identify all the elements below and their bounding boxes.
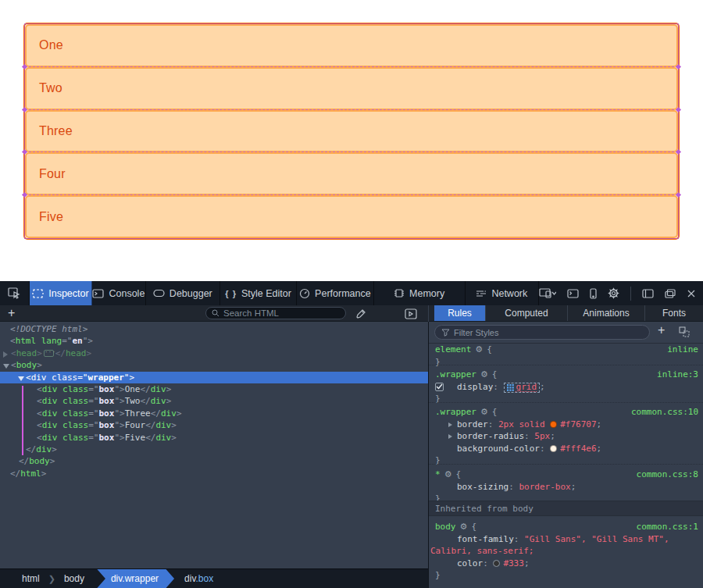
rule-property-line[interactable]: box-sizing: border-box; <box>435 481 698 494</box>
rule-selector-line: *⚙{common.css:8 <box>435 469 698 481</box>
toggle-classes-button[interactable] <box>679 326 691 340</box>
split-console-icon[interactable] <box>567 289 579 298</box>
demo-box: Two <box>25 67 678 110</box>
gear-icon[interactable]: ⚙ <box>444 469 452 479</box>
color-swatch[interactable] <box>493 560 500 567</box>
markup-line[interactable]: <div class="box">Five</div> <box>0 432 428 444</box>
rule-selector[interactable]: .wrapper <box>435 369 476 380</box>
property-name: display <box>457 382 493 392</box>
rule-selector[interactable]: body <box>435 522 456 532</box>
dock-side-icon[interactable] <box>642 289 654 298</box>
breadcrumb-item-box[interactable]: div.box <box>184 573 213 584</box>
markup-line[interactable]: </body> <box>0 455 428 467</box>
rule-property-line[interactable]: font-family: "Gill Sans", "Gill Sans MT"… <box>435 533 698 546</box>
color-swatch[interactable] <box>550 421 557 428</box>
property-value: #fff4e6 <box>560 444 596 454</box>
add-node-button[interactable]: + <box>8 305 15 321</box>
markup-line[interactable]: <div class="box">One</div> <box>0 383 428 395</box>
add-rule-button[interactable]: + <box>658 323 665 337</box>
markup-line-text: <html lang="en"> <box>10 335 93 347</box>
pick-element-button[interactable] <box>0 281 30 305</box>
markup-line[interactable]: <div class="box">Four</div> <box>0 419 428 431</box>
gear-icon[interactable]: ⚙ <box>475 344 483 355</box>
markup-line[interactable]: <!DOCTYPE html> <box>0 323 428 335</box>
rule-source-link[interactable]: inline <box>667 344 698 356</box>
property-enabled-checkbox[interactable] <box>435 383 444 391</box>
markup-line[interactable]: <div class="box">Three</div> <box>0 408 428 419</box>
close-icon[interactable] <box>687 289 696 298</box>
markup-line[interactable]: <div class="box">Two</div> <box>0 395 428 407</box>
markup-line[interactable]: </div> <box>0 444 428 455</box>
search-html-input[interactable]: Search HTML <box>205 307 346 319</box>
expand-property-icon[interactable] <box>448 434 452 439</box>
markup-line-text: </body> <box>19 455 55 467</box>
filter-styles-input[interactable]: Filter Styles <box>434 325 650 340</box>
rule-property-line[interactable]: color: #333; <box>435 558 698 570</box>
property-name: background-color <box>457 444 540 454</box>
rule-source-link[interactable]: common.css:8 <box>637 469 698 481</box>
eval-button[interactable] <box>405 308 417 323</box>
tab-console[interactable]: Console <box>92 281 146 305</box>
device-icon[interactable] <box>590 288 597 299</box>
breadcrumb-item-body[interactable]: body <box>64 573 84 584</box>
collapsed-content-icon[interactable]: ··· <box>44 350 54 357</box>
tab-label: Inspector <box>48 288 88 299</box>
markup-line[interactable]: <div class="wrapper"> <box>0 372 428 383</box>
markup-line-text: <div class="wrapper"> <box>26 372 134 383</box>
tab-performance[interactable]: Performance <box>297 281 373 305</box>
breadcrumb-item-html[interactable]: html <box>22 573 40 584</box>
gear-icon[interactable]: ⚙ <box>480 369 488 380</box>
rule-source-link[interactable]: common.css:1 <box>637 521 698 533</box>
markup-line[interactable]: <head>···</head> <box>0 347 428 359</box>
rule-selector[interactable]: .wrapper <box>435 407 476 417</box>
expand-property-icon[interactable] <box>448 422 452 427</box>
markup-line[interactable]: <body> <box>0 359 428 371</box>
eyedropper-icon[interactable] <box>355 308 366 323</box>
rule-source-link[interactable]: common.css:10 <box>631 406 698 419</box>
property-value: #f76707 <box>560 419 596 429</box>
responsive-icon[interactable] <box>539 288 556 298</box>
markup-line[interactable]: </html> <box>0 468 428 479</box>
tab-label: Performance <box>315 288 371 299</box>
rule-selector[interactable]: element <box>435 344 471 355</box>
expand-arrow-icon[interactable] <box>3 351 8 358</box>
rule-closing-brace: } <box>435 356 698 369</box>
tab-debugger[interactable]: Debugger <box>146 281 220 305</box>
gear-icon[interactable]: ⚙ <box>460 522 468 532</box>
memory-icon <box>394 288 405 298</box>
sidebar-tab-computed[interactable]: Computed <box>486 305 568 321</box>
tab-style-editor[interactable]: { }Style Editor <box>220 281 297 305</box>
rules-panel: Filter Styles + element⚙{inline}.wrapper… <box>429 322 703 588</box>
collapse-arrow-icon[interactable] <box>18 376 24 381</box>
rule-property-wrap-line: Calibri, sans-serif; <box>430 545 698 558</box>
sidebar-tab-rules[interactable]: Rules <box>434 305 486 321</box>
rule-property-line[interactable]: border-radius: 5px; <box>435 430 698 443</box>
property-name: border-radius <box>457 431 524 441</box>
rule-selector-line: .wrapper⚙{inline:3 <box>435 369 698 381</box>
performance-icon <box>299 288 310 299</box>
property-name: font-family <box>457 534 514 544</box>
markup-line-text: <div class="box">Two</div> <box>37 395 171 407</box>
rule-property-line[interactable]: display: grid; <box>435 381 698 394</box>
collapse-arrow-icon[interactable] <box>3 364 9 369</box>
markup-line[interactable]: <html lang="en"> <box>0 335 428 347</box>
demo-wrapper: OneTwoThreeFourFive <box>23 23 680 240</box>
gear-icon[interactable]: ⚙ <box>480 407 488 417</box>
breadcrumb-item-wrapper[interactable]: div.wrapper <box>97 569 174 588</box>
property-value: grid <box>516 381 537 394</box>
rule-divider <box>429 464 703 465</box>
rule-selector[interactable]: * <box>435 469 441 479</box>
rule-property-line[interactable]: border: 2px solid #f76707; <box>435 419 698 431</box>
sidebar-tab-animations[interactable]: Animations <box>568 305 645 321</box>
demo-box: Five <box>25 195 678 238</box>
color-swatch[interactable] <box>550 445 557 452</box>
sidebar-tab-fonts[interactable]: Fonts <box>645 305 703 321</box>
rule-source-link[interactable]: inline:3 <box>657 369 698 381</box>
tab-network[interactable]: Network <box>466 281 539 305</box>
settings-icon[interactable] <box>608 287 619 299</box>
rule-property-line[interactable]: background-color: #fff4e6; <box>435 443 698 455</box>
grid-highlighter-badge[interactable]: grid <box>504 383 541 393</box>
tab-inspector[interactable]: Inspector <box>30 281 92 305</box>
tab-memory[interactable]: Memory <box>374 281 466 305</box>
windows-icon[interactable] <box>665 289 676 298</box>
